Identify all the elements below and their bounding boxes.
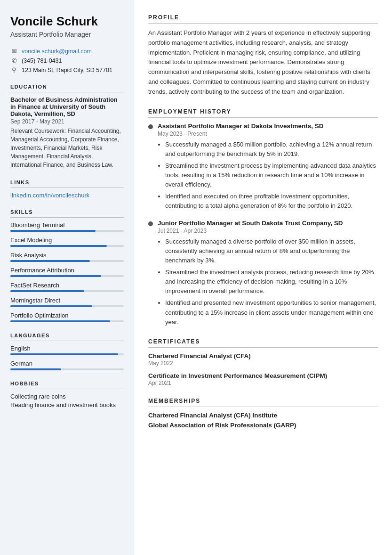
profile-text: An Assistant Portfolio Manager with 2 ye… (148, 28, 378, 97)
sidebar: Voncile Schurk Assistant Portfolio Manag… (0, 0, 134, 555)
language-item: German (10, 360, 124, 370)
employment-bullet: Streamlined the investment analysis proc… (165, 268, 378, 296)
language-bar-fill (10, 368, 61, 370)
skill-name: Risk Analysis (10, 252, 124, 259)
skill-bar-fill (10, 290, 84, 292)
skill-item: Bloomberg Terminal (10, 221, 124, 232)
employment-list: Assistant Portfolio Manager at Dakota In… (148, 122, 378, 327)
language-name: German (10, 360, 124, 367)
language-bar-bg (10, 353, 124, 355)
linkedin-link[interactable]: linkedin.com/in/voncileschurk (10, 192, 89, 199)
language-item: English (10, 345, 124, 355)
employment-section: Employment History Assistant Portfolio M… (148, 108, 378, 327)
address-text: 123 Main St, Rapid City, SD 57701 (22, 67, 112, 73)
employment-bullet: Successfully managed a $50 million portf… (165, 140, 378, 159)
certificates-list: Chartered Financial Analyst (CFA) May 20… (148, 352, 378, 386)
contact-phone-row: ✆ (345) 781-0431 (10, 57, 124, 64)
edu-degree: Bachelor of Business Administration in F… (10, 96, 124, 117)
skill-bar-fill (10, 275, 101, 277)
employment-bullet: Identified and presented new investment … (165, 298, 378, 326)
skill-item: Excel Modeling (10, 237, 124, 247)
certificate-name: Certificate in Investment Performance Me… (148, 372, 378, 379)
skills-list: Bloomberg Terminal Excel Modeling Risk A… (10, 221, 124, 322)
email-link[interactable]: voncile.schurk@gmail.com (22, 48, 92, 55)
hobby-item: Collecting rare coins (10, 393, 124, 400)
memberships-list: Chartered Financial Analyst (CFA) Instit… (148, 412, 378, 429)
certificates-section: Certificates Chartered Financial Analyst… (148, 338, 378, 386)
main-content: Profile An Assistant Portfolio Manager w… (134, 0, 392, 555)
skill-name: FactSet Research (10, 282, 124, 289)
candidate-name: Voncile Schurk (10, 14, 124, 29)
links-section-title: Links (10, 180, 124, 188)
phone-text: (345) 781-0431 (22, 57, 62, 64)
skill-bar-bg (10, 320, 124, 322)
language-bar-bg (10, 368, 124, 370)
edu-coursework: Relevant Coursework: Financial Accountin… (10, 127, 124, 169)
skill-item: Morningstar Direct (10, 297, 124, 307)
linkedin-link-row: linkedin.com/in/voncileschurk (10, 192, 124, 199)
hobbies-list: Collecting rare coinsReading finance and… (10, 393, 124, 408)
language-name: English (10, 345, 124, 352)
profile-section: Profile An Assistant Portfolio Manager w… (148, 14, 378, 97)
email-icon: ✉ (10, 48, 18, 55)
membership-item: Global Association of Risk Professionals… (148, 422, 378, 429)
skill-name: Morningstar Direct (10, 297, 124, 304)
hobby-item: Reading finance and investment books (10, 401, 124, 408)
skill-bar-fill (10, 260, 90, 262)
contact-address-row: ⚲ 123 Main St, Rapid City, SD 57701 (10, 66, 124, 73)
languages-section-title: Languages (10, 333, 124, 341)
memberships-section: Memberships Chartered Financial Analyst … (148, 398, 378, 429)
skill-bar-fill (10, 230, 96, 232)
location-icon: ⚲ (10, 66, 18, 73)
skill-item: Performance Attribution (10, 267, 124, 277)
hobbies-section-title: Hobbies (10, 381, 124, 389)
skill-name: Portfolio Optimization (10, 312, 124, 319)
candidate-title: Assistant Portfolio Manager (10, 31, 124, 38)
skill-bar-fill (10, 305, 92, 307)
employment-bullet: Successfully managed a diverse portfolio… (165, 237, 378, 265)
employment-bullets: Successfully managed a diverse portfolio… (158, 237, 378, 327)
certificate-date: May 2022 (148, 360, 378, 367)
employment-bullets: Successfully managed a $50 million portf… (158, 140, 378, 211)
skill-item: FactSet Research (10, 282, 124, 292)
language-bar-fill (10, 353, 118, 355)
employment-dates: May 2023 - Present (158, 131, 378, 137)
employment-entry: Junior Portfolio Manager at South Dakota… (148, 220, 378, 327)
skill-bar-fill (10, 245, 107, 247)
edu-dates: Sep 2017 - May 2021 (10, 118, 124, 125)
employment-title: Assistant Portfolio Manager at Dakota In… (158, 122, 378, 130)
profile-section-title: Profile (148, 14, 378, 24)
certificate-entry: Certificate in Investment Performance Me… (148, 372, 378, 386)
skill-name: Performance Attribution (10, 267, 124, 274)
skill-item: Portfolio Optimization (10, 312, 124, 322)
skill-item: Risk Analysis (10, 252, 124, 262)
employment-title: Junior Portfolio Manager at South Dakota… (158, 220, 378, 227)
phone-icon: ✆ (10, 57, 18, 64)
memberships-section-title: Memberships (148, 398, 378, 407)
certificate-name: Chartered Financial Analyst (CFA) (148, 352, 378, 359)
skill-name: Excel Modeling (10, 237, 124, 244)
skills-section-title: Skills (10, 209, 124, 218)
coursework-label: Relevant Coursework: (10, 128, 66, 134)
certificate-date: Apr 2021 (148, 380, 378, 386)
certificate-entry: Chartered Financial Analyst (CFA) May 20… (148, 352, 378, 367)
skill-bar-bg (10, 245, 124, 247)
skill-bar-bg (10, 290, 124, 292)
languages-list: English German (10, 345, 124, 370)
skill-bar-bg (10, 230, 124, 232)
skill-bar-fill (10, 320, 110, 322)
certificates-section-title: Certificates (148, 338, 378, 348)
membership-item: Chartered Financial Analyst (CFA) Instit… (148, 412, 378, 419)
employment-dates: Jul 2021 - Apr 2023 (158, 228, 378, 234)
employment-entry: Assistant Portfolio Manager at Dakota In… (148, 122, 378, 211)
contact-email-row: ✉ voncile.schurk@gmail.com (10, 48, 124, 55)
employment-bullet: Identified and executed on three profita… (165, 192, 378, 211)
skill-bar-bg (10, 275, 124, 277)
education-section-title: Education (10, 84, 124, 92)
skill-bar-bg (10, 260, 124, 262)
employment-section-title: Employment History (148, 108, 378, 118)
skill-name: Bloomberg Terminal (10, 221, 124, 229)
skill-bar-bg (10, 305, 124, 307)
employment-bullet: Streamlined the investment process by im… (165, 161, 378, 189)
